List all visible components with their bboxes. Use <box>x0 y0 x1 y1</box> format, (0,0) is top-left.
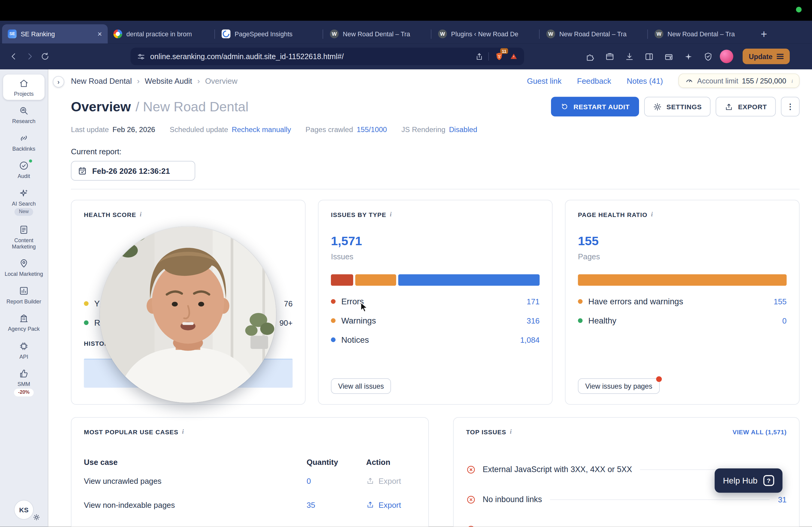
tab-se-ranking[interactable]: SE SE Ranking × <box>2 24 108 44</box>
alert-triangle-icon[interactable] <box>510 52 518 61</box>
reload-button[interactable] <box>37 49 53 64</box>
sidebar-item-content-marketing[interactable]: Content Marketing <box>3 221 44 253</box>
account-limit-pill[interactable]: Account limit 155 / 250,000 <box>678 74 799 88</box>
user-avatar[interactable]: KS <box>14 500 34 520</box>
sidebar-item-projects[interactable]: Projects <box>3 74 44 100</box>
export-icon <box>725 102 733 111</box>
notices-count[interactable]: 1,084 <box>520 335 540 344</box>
settings-button[interactable]: SETTINGS <box>644 96 710 117</box>
url-text[interactable]: online.seranking.com/admin.audit.site_id… <box>150 52 470 61</box>
issues-total[interactable]: 1,571 <box>331 234 540 248</box>
use-case-qty[interactable]: 0 <box>307 476 366 485</box>
notes-link[interactable]: Notes (41) <box>627 76 663 85</box>
profile-avatar[interactable] <box>720 50 733 63</box>
guest-link[interactable]: Guest link <box>527 76 562 85</box>
extensions-puzzle-icon[interactable] <box>582 49 598 64</box>
vpn-shield-icon[interactable] <box>700 49 716 64</box>
split-view-icon[interactable] <box>641 49 657 64</box>
view-all-issues-link[interactable]: VIEW ALL (1,571) <box>733 428 786 435</box>
export-label: Export <box>379 500 401 509</box>
sidebar-item-ai-search[interactable]: AI Search New <box>3 184 44 219</box>
tab-separator <box>648 29 648 39</box>
info-icon <box>791 78 793 84</box>
issue-count[interactable]: 31 <box>777 495 786 503</box>
browser-update-button[interactable]: Update <box>743 49 790 64</box>
site-settings-icon[interactable] <box>136 52 145 61</box>
restart-audit-button[interactable]: RESTART AUDIT <box>551 96 639 117</box>
report-date-dropdown[interactable]: Feb-26 2026 12:36:21 <box>71 161 195 181</box>
site-favicon: W <box>546 29 555 38</box>
sidebar-item-api[interactable]: API <box>3 337 44 363</box>
section-divider <box>71 189 799 190</box>
help-hub-button[interactable]: Help Hub ? <box>715 468 782 493</box>
tab-new-road-dental-3[interactable]: W New Road Dental – Tra <box>649 24 755 44</box>
warnings-label: Warnings <box>341 316 376 325</box>
tab-new-road-dental-2[interactable]: W New Road Dental – Tra <box>540 24 646 44</box>
issue-name[interactable]: External JavaScript with 3XX, 4XX or 5XX <box>482 465 632 474</box>
sidebar-item-report-builder[interactable]: Report Builder <box>3 282 44 308</box>
last-update-value: Feb 26, 2026 <box>113 125 155 134</box>
tab-google-search[interactable]: dental practice in brom <box>108 24 214 44</box>
healthy-pages-row[interactable]: Healthy 0 <box>578 311 787 330</box>
new-tab-button[interactable]: + <box>760 28 767 40</box>
healthy-pages-label: Healthy <box>588 316 617 325</box>
recheck-manually-link[interactable]: Recheck manually <box>232 125 291 134</box>
leo-ai-sparkle-icon[interactable] <box>680 49 696 64</box>
back-button[interactable] <box>6 49 22 64</box>
view-all-issues-button[interactable]: View all issues <box>331 378 391 394</box>
export-action[interactable]: Export <box>366 500 416 509</box>
export-action-disabled: Export <box>366 476 416 485</box>
forward-button[interactable] <box>21 49 37 64</box>
download-icon[interactable] <box>621 49 637 64</box>
building-icon <box>19 313 29 323</box>
screen: SE SE Ranking × dental practice in brom … <box>0 0 812 527</box>
tab-new-road-dental-1[interactable]: W New Road Dental – Tra <box>324 24 430 44</box>
tab-plugins[interactable]: W Plugins ‹ New Road De <box>432 24 538 44</box>
errors-warnings-pages-count[interactable]: 155 <box>773 297 786 306</box>
tab-close-icon[interactable]: × <box>98 29 102 38</box>
breadcrumb-separator-icon: › <box>197 76 200 85</box>
sidebar-item-agency-pack[interactable]: Agency Pack <box>3 310 44 335</box>
sidebar-item-backlinks[interactable]: Backlinks <box>3 129 44 155</box>
settings-label: SETTINGS <box>666 103 702 110</box>
view-issues-by-pages-button[interactable]: View issues by pages <box>578 378 660 394</box>
warnings-count[interactable]: 316 <box>527 316 540 325</box>
sidebar-item-research[interactable]: Research <box>3 102 44 127</box>
error-circle-x-icon <box>466 495 476 505</box>
browser-tab-bar: SE SE Ranking × dental practice in brom … <box>0 21 812 44</box>
research-icon <box>19 106 29 116</box>
webcam-video-bubble[interactable] <box>100 227 276 403</box>
pages-total[interactable]: 155 <box>578 234 787 248</box>
health-avg-value: 90+ <box>279 318 292 327</box>
healthy-pages-count[interactable]: 0 <box>782 316 786 325</box>
sidebar-collapse-button[interactable]: › <box>53 76 64 88</box>
wallet-icon[interactable] <box>661 49 676 64</box>
js-rendering-value[interactable]: Disabled <box>449 125 477 134</box>
settings-gear-icon[interactable] <box>33 513 41 521</box>
sidebar-item-local-marketing[interactable]: Local Marketing <box>3 255 44 280</box>
feedback-link[interactable]: Feedback <box>577 76 611 85</box>
reading-list-icon[interactable] <box>602 49 618 64</box>
top-issue-row[interactable] <box>466 514 786 527</box>
warnings-row[interactable]: Warnings 316 <box>331 311 540 330</box>
issue-name[interactable]: No inbound links <box>482 495 542 504</box>
address-bar[interactable]: online.seranking.com/admin.audit.site_id… <box>131 48 524 65</box>
notices-dot <box>331 337 336 342</box>
tab-pagespeed[interactable]: PageSpeed Insights <box>216 24 322 44</box>
errors-count[interactable]: 171 <box>527 297 540 306</box>
breadcrumb-project[interactable]: New Road Dental <box>71 76 132 85</box>
breadcrumb-section[interactable]: Website Audit <box>145 76 192 85</box>
export-button[interactable]: EXPORT <box>715 96 775 117</box>
more-options-button[interactable]: ⋮ <box>781 96 800 117</box>
sidebar-item-smm[interactable]: SMM -20% <box>3 365 44 400</box>
brave-shields-icon[interactable]: 11 <box>493 51 505 62</box>
sidebar-item-audit[interactable]: Audit <box>3 157 44 182</box>
use-case-qty[interactable]: 35 <box>307 500 366 509</box>
export-label: EXPORT <box>738 103 767 110</box>
google-favicon <box>114 29 122 38</box>
js-rendering-label: JS Rendering <box>402 125 445 134</box>
pages-crawled-value[interactable]: 155/1000 <box>357 125 387 134</box>
share-icon[interactable] <box>475 52 483 61</box>
notices-row[interactable]: Notices 1,084 <box>331 330 540 349</box>
errors-warnings-pages-row[interactable]: Have errors and warnings 155 <box>578 292 787 311</box>
